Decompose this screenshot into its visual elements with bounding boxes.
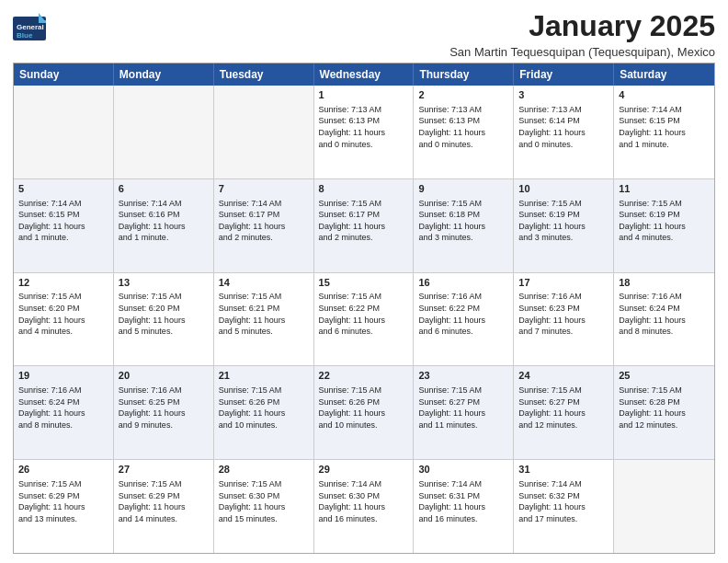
day-info: Sunrise: 7:15 AM Sunset: 6:27 PM Dayligh… [518, 385, 609, 431]
day-number: 14 [219, 276, 309, 290]
day-number: 22 [319, 369, 409, 383]
calendar-cell: 2Sunrise: 7:13 AM Sunset: 6:13 PM Daylig… [414, 86, 514, 178]
header-day: Saturday [614, 63, 714, 86]
day-info: Sunrise: 7:15 AM Sunset: 6:29 PM Dayligh… [18, 478, 108, 524]
calendar-cell: 13Sunrise: 7:15 AM Sunset: 6:20 PM Dayli… [114, 273, 214, 366]
calendar-cell: 5Sunrise: 7:14 AM Sunset: 6:15 PM Daylig… [14, 179, 114, 272]
day-info: Sunrise: 7:13 AM Sunset: 6:13 PM Dayligh… [418, 104, 508, 150]
day-info: Sunrise: 7:16 AM Sunset: 6:25 PM Dayligh… [119, 385, 209, 431]
calendar-cell: 10Sunrise: 7:15 AM Sunset: 6:19 PM Dayli… [514, 179, 614, 272]
calendar-cell: 20Sunrise: 7:16 AM Sunset: 6:25 PM Dayli… [114, 366, 214, 459]
svg-text:General: General [17, 23, 44, 31]
day-number: 12 [18, 276, 108, 290]
calendar-cell: 8Sunrise: 7:15 AM Sunset: 6:17 PM Daylig… [314, 179, 415, 272]
day-number: 18 [619, 276, 710, 290]
header-day: Monday [114, 63, 214, 86]
calendar-cell: 26Sunrise: 7:15 AM Sunset: 6:29 PM Dayli… [14, 460, 114, 553]
day-number: 11 [619, 182, 710, 196]
day-info: Sunrise: 7:15 AM Sunset: 6:30 PM Dayligh… [219, 478, 309, 524]
day-number: 26 [18, 463, 108, 477]
day-number: 10 [518, 182, 609, 196]
day-number: 25 [619, 369, 710, 383]
main-title: January 2025 [449, 9, 715, 43]
calendar-row: 1Sunrise: 7:13 AM Sunset: 6:13 PM Daylig… [14, 86, 714, 179]
logo-icon: General Blue [13, 9, 46, 40]
calendar-cell [214, 86, 314, 178]
calendar-cell: 25Sunrise: 7:15 AM Sunset: 6:28 PM Dayli… [614, 366, 714, 459]
svg-text:Blue: Blue [17, 31, 33, 40]
calendar-cell: 22Sunrise: 7:15 AM Sunset: 6:26 PM Dayli… [314, 366, 415, 459]
day-number: 8 [319, 182, 409, 196]
day-info: Sunrise: 7:14 AM Sunset: 6:17 PM Dayligh… [219, 198, 309, 244]
day-info: Sunrise: 7:16 AM Sunset: 6:24 PM Dayligh… [18, 385, 108, 431]
calendar-header: SundayMondayTuesdayWednesdayThursdayFrid… [14, 63, 714, 86]
day-number: 15 [319, 276, 409, 290]
calendar-cell: 28Sunrise: 7:15 AM Sunset: 6:30 PM Dayli… [214, 460, 314, 553]
calendar-cell: 17Sunrise: 7:16 AM Sunset: 6:23 PM Dayli… [514, 273, 614, 366]
day-number: 6 [119, 182, 209, 196]
header-day: Friday [514, 63, 614, 86]
day-number: 21 [219, 369, 309, 383]
calendar-cell: 31Sunrise: 7:14 AM Sunset: 6:32 PM Dayli… [514, 460, 614, 553]
calendar: SundayMondayTuesdayWednesdayThursdayFrid… [13, 63, 715, 554]
day-info: Sunrise: 7:15 AM Sunset: 6:19 PM Dayligh… [619, 198, 710, 244]
day-info: Sunrise: 7:15 AM Sunset: 6:27 PM Dayligh… [418, 385, 508, 431]
calendar-cell: 11Sunrise: 7:15 AM Sunset: 6:19 PM Dayli… [614, 179, 714, 272]
day-number: 28 [219, 463, 309, 477]
day-info: Sunrise: 7:15 AM Sunset: 6:17 PM Dayligh… [319, 198, 409, 244]
subtitle: San Martin Tequesquipan (Tequesquipan), … [449, 45, 715, 59]
header: General Blue January 2025 San Martin Teq… [13, 9, 715, 59]
calendar-row: 5Sunrise: 7:14 AM Sunset: 6:15 PM Daylig… [14, 179, 714, 273]
day-number: 31 [518, 463, 609, 477]
day-number: 17 [518, 276, 609, 290]
day-number: 29 [319, 463, 409, 477]
calendar-cell: 27Sunrise: 7:15 AM Sunset: 6:29 PM Dayli… [114, 460, 214, 553]
calendar-cell: 23Sunrise: 7:15 AM Sunset: 6:27 PM Dayli… [414, 366, 514, 459]
day-info: Sunrise: 7:14 AM Sunset: 6:15 PM Dayligh… [619, 104, 710, 150]
day-info: Sunrise: 7:15 AM Sunset: 6:20 PM Dayligh… [119, 291, 209, 337]
day-info: Sunrise: 7:14 AM Sunset: 6:16 PM Dayligh… [119, 198, 209, 244]
day-info: Sunrise: 7:16 AM Sunset: 6:23 PM Dayligh… [518, 291, 609, 337]
day-number: 23 [418, 369, 508, 383]
day-info: Sunrise: 7:14 AM Sunset: 6:30 PM Dayligh… [319, 478, 409, 524]
day-number: 7 [219, 182, 309, 196]
day-number: 4 [619, 88, 710, 102]
day-number: 2 [418, 88, 508, 102]
calendar-row: 19Sunrise: 7:16 AM Sunset: 6:24 PM Dayli… [14, 366, 714, 460]
day-info: Sunrise: 7:15 AM Sunset: 6:20 PM Dayligh… [18, 291, 108, 337]
day-number: 13 [119, 276, 209, 290]
calendar-cell: 9Sunrise: 7:15 AM Sunset: 6:18 PM Daylig… [414, 179, 514, 272]
calendar-cell: 30Sunrise: 7:14 AM Sunset: 6:31 PM Dayli… [414, 460, 514, 553]
day-info: Sunrise: 7:15 AM Sunset: 6:28 PM Dayligh… [619, 385, 710, 431]
calendar-cell: 21Sunrise: 7:15 AM Sunset: 6:26 PM Dayli… [214, 366, 314, 459]
calendar-cell [114, 86, 214, 178]
day-info: Sunrise: 7:13 AM Sunset: 6:13 PM Dayligh… [319, 104, 409, 150]
calendar-cell: 18Sunrise: 7:16 AM Sunset: 6:24 PM Dayli… [614, 273, 714, 366]
day-info: Sunrise: 7:16 AM Sunset: 6:24 PM Dayligh… [619, 291, 710, 337]
day-info: Sunrise: 7:15 AM Sunset: 6:26 PM Dayligh… [219, 385, 309, 431]
logo: General Blue [13, 9, 96, 40]
day-info: Sunrise: 7:13 AM Sunset: 6:14 PM Dayligh… [518, 104, 609, 150]
day-info: Sunrise: 7:15 AM Sunset: 6:29 PM Dayligh… [119, 478, 209, 524]
header-day: Wednesday [314, 63, 415, 86]
day-number: 1 [319, 88, 409, 102]
calendar-cell: 4Sunrise: 7:14 AM Sunset: 6:15 PM Daylig… [614, 86, 714, 178]
day-info: Sunrise: 7:14 AM Sunset: 6:31 PM Dayligh… [418, 478, 508, 524]
day-number: 16 [418, 276, 508, 290]
calendar-row: 26Sunrise: 7:15 AM Sunset: 6:29 PM Dayli… [14, 460, 714, 553]
day-info: Sunrise: 7:15 AM Sunset: 6:19 PM Dayligh… [518, 198, 609, 244]
day-number: 30 [418, 463, 508, 477]
day-info: Sunrise: 7:15 AM Sunset: 6:26 PM Dayligh… [319, 385, 409, 431]
calendar-cell: 19Sunrise: 7:16 AM Sunset: 6:24 PM Dayli… [14, 366, 114, 459]
day-info: Sunrise: 7:15 AM Sunset: 6:21 PM Dayligh… [219, 291, 309, 337]
day-info: Sunrise: 7:15 AM Sunset: 6:18 PM Dayligh… [418, 198, 508, 244]
calendar-body: 1Sunrise: 7:13 AM Sunset: 6:13 PM Daylig… [14, 86, 714, 553]
day-number: 19 [18, 369, 108, 383]
day-info: Sunrise: 7:16 AM Sunset: 6:22 PM Dayligh… [418, 291, 508, 337]
title-block: January 2025 San Martin Tequesquipan (Te… [449, 9, 715, 59]
day-number: 9 [418, 182, 508, 196]
calendar-cell: 3Sunrise: 7:13 AM Sunset: 6:14 PM Daylig… [514, 86, 614, 178]
calendar-row: 12Sunrise: 7:15 AM Sunset: 6:20 PM Dayli… [14, 273, 714, 367]
calendar-cell: 24Sunrise: 7:15 AM Sunset: 6:27 PM Dayli… [514, 366, 614, 459]
calendar-cell: 6Sunrise: 7:14 AM Sunset: 6:16 PM Daylig… [114, 179, 214, 272]
